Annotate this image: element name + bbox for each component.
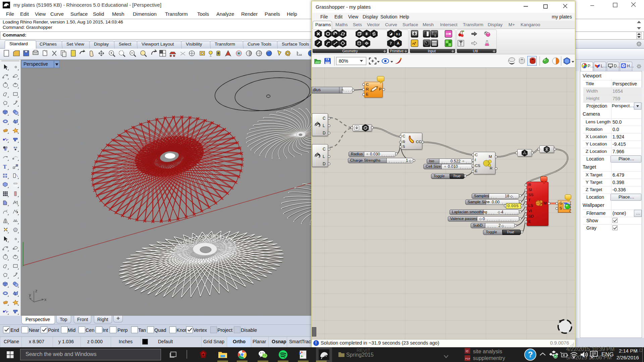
svg-text:?: ? bbox=[623, 64, 625, 68]
svg-text:0.1: 0.1 bbox=[396, 33, 400, 36]
svg-text:y: y bbox=[29, 292, 31, 297]
svg-text:T: T bbox=[3, 164, 7, 170]
svg-text:5: 5 bbox=[434, 34, 436, 37]
svg-text:7: 7 bbox=[390, 41, 392, 45]
svg-text:7: 7 bbox=[432, 31, 433, 35]
svg-text:A: A bbox=[397, 41, 399, 45]
svg-text:x: x bbox=[44, 297, 47, 302]
svg-text:z: z bbox=[35, 288, 38, 293]
svg-text:PDF: PDF bbox=[465, 357, 470, 360]
svg-text:Id: Id bbox=[466, 349, 468, 353]
